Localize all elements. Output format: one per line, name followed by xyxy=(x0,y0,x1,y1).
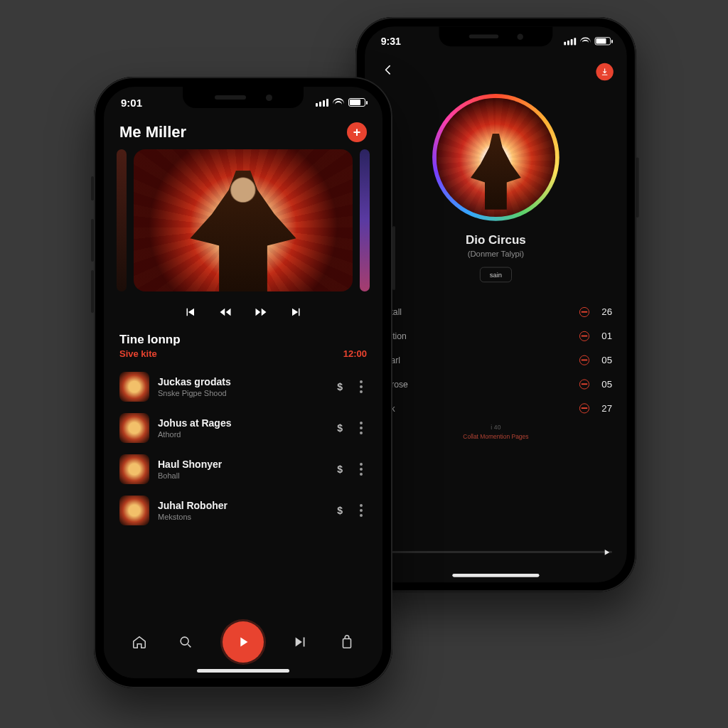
stage: 9:31 Dio Circus xyxy=(0,0,728,728)
price-icon[interactable]: $ xyxy=(333,422,347,434)
detail-track-row[interactable]: Julk 27 xyxy=(380,396,612,420)
more-button[interactable] xyxy=(355,417,367,439)
track-row[interactable]: Juhal Roboher Mekstons $ xyxy=(114,490,373,531)
album-art[interactable] xyxy=(437,98,555,217)
detail-track-num: 05 xyxy=(596,379,612,390)
track-subtitle: Bohall xyxy=(158,471,324,480)
detail-track-row[interactable]: ularose 05 xyxy=(380,372,612,396)
svg-point-0 xyxy=(181,637,188,645)
detail-track-num: 05 xyxy=(596,355,612,365)
wifi-icon xyxy=(580,37,591,45)
detail-meta-small: i 40 xyxy=(380,424,612,430)
detail-header xyxy=(365,56,626,87)
detail-track-num: 26 xyxy=(596,306,612,317)
track-title: Johus at Rages xyxy=(158,417,324,429)
more-button[interactable] xyxy=(355,376,367,397)
detail-track-num: 27 xyxy=(596,402,612,413)
status-time: 9:31 xyxy=(381,36,401,47)
track-subtitle: Athord xyxy=(158,430,324,439)
svg-rect-1 xyxy=(343,638,350,648)
back-button[interactable] xyxy=(378,60,398,83)
status-icons xyxy=(564,37,611,45)
battery-icon xyxy=(595,37,611,45)
detail-track-row[interactable]: dziition 01 xyxy=(380,323,612,348)
restricted-icon xyxy=(579,403,589,413)
price-icon[interactable]: $ xyxy=(333,464,347,475)
forward-button[interactable] xyxy=(252,303,270,321)
next-track-button[interactable] xyxy=(287,303,306,321)
hero-card[interactable] xyxy=(134,149,353,291)
search-nav-button[interactable] xyxy=(176,633,195,651)
restricted-icon xyxy=(579,355,589,365)
hero-carousel[interactable] xyxy=(104,149,382,291)
track-thumb xyxy=(119,372,149,402)
restricted-icon xyxy=(579,306,589,316)
wifi-icon xyxy=(333,98,344,107)
track-subtitle: Snske Pigpe Shood xyxy=(158,389,324,397)
detail-track-row[interactable]: Dearl 05 xyxy=(380,348,612,372)
more-button[interactable] xyxy=(355,500,367,521)
notch xyxy=(439,26,553,46)
phone-home: 9:01 Me Miller + xyxy=(94,77,392,688)
hero-peek-left[interactable] xyxy=(117,149,127,291)
transport-controls xyxy=(104,291,382,327)
home-header: Me Miller + xyxy=(104,118,382,149)
track-subtitle: Mekstons xyxy=(158,513,324,521)
hero-peek-right[interactable] xyxy=(360,149,370,291)
add-button[interactable]: + xyxy=(347,122,367,142)
home-nav-button[interactable] xyxy=(130,633,149,651)
album-art-ring xyxy=(432,94,560,221)
restricted-icon xyxy=(579,331,589,341)
screen-detail: 9:31 Dio Circus xyxy=(365,26,626,582)
track-list: Juckas grodats Snske Pigpe Shood $ Johus… xyxy=(104,366,382,531)
track-row[interactable]: Juckas grodats Snske Pigpe Shood $ xyxy=(114,366,373,407)
page-title: Me Miller xyxy=(119,123,186,141)
section-subline: Sive kite 12:00 xyxy=(104,348,382,366)
more-button[interactable] xyxy=(355,459,367,480)
section-sub-left[interactable]: Sive kite xyxy=(119,348,157,359)
play-fab-button[interactable] xyxy=(223,621,264,663)
price-icon[interactable]: $ xyxy=(333,505,347,516)
status-time: 9:01 xyxy=(121,97,142,109)
screen-home: 9:01 Me Miller + xyxy=(104,87,382,678)
prev-track-button[interactable] xyxy=(181,303,199,321)
rewind-button[interactable] xyxy=(216,303,235,321)
progress-area xyxy=(380,551,612,553)
skip-nav-button[interactable] xyxy=(291,633,310,651)
battery-icon xyxy=(348,98,365,107)
section-sub-right: 12:00 xyxy=(343,348,367,359)
detail-track-row[interactable]: lastall 26 xyxy=(380,300,612,324)
detail-meta-caption: Collat Momention Pages xyxy=(380,434,612,440)
track-title: Haul Shonyer xyxy=(158,459,324,471)
album-section: Dio Circus (Donmer Talypi) sain xyxy=(365,87,626,288)
signal-icon xyxy=(564,37,576,45)
track-title: Juckas grodats xyxy=(158,376,324,388)
hero-figure xyxy=(183,171,303,291)
album-title: Dio Circus xyxy=(466,233,526,247)
status-icons xyxy=(316,98,365,107)
tag-chip[interactable]: sain xyxy=(480,267,512,283)
signal-icon xyxy=(316,98,328,107)
notch xyxy=(183,87,304,108)
library-nav-button[interactable] xyxy=(338,633,356,651)
home-indicator xyxy=(452,574,539,577)
track-thumb xyxy=(119,454,149,484)
track-title: Juhal Roboher xyxy=(158,500,324,512)
track-thumb xyxy=(119,496,149,525)
detail-track-num: 01 xyxy=(596,331,612,341)
restricted-icon xyxy=(579,379,589,389)
detail-track-list: lastall 26 dziition 01 Dearl 05 ularose … xyxy=(365,288,626,440)
progress-slider[interactable] xyxy=(380,551,612,553)
home-indicator xyxy=(197,669,289,673)
download-button[interactable] xyxy=(596,63,613,80)
section-title: Tine lonnp xyxy=(104,327,382,348)
price-icon[interactable]: $ xyxy=(333,381,347,392)
phone-detail: 9:31 Dio Circus xyxy=(355,17,636,592)
album-subtitle: (Donmer Talypi) xyxy=(468,250,524,259)
mini-play-button[interactable] xyxy=(600,545,614,559)
track-thumb xyxy=(119,413,149,443)
track-row[interactable]: Johus at Rages Athord $ xyxy=(114,407,373,449)
track-row[interactable]: Haul Shonyer Bohall $ xyxy=(114,449,373,490)
